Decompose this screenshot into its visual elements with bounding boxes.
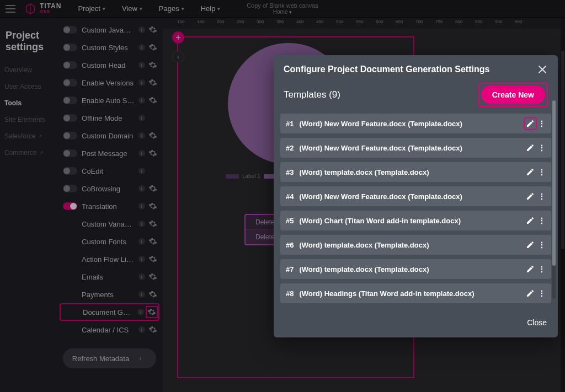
more-options-icon[interactable]: ⋮ bbox=[538, 169, 546, 175]
edit-icon[interactable] bbox=[526, 265, 535, 273]
close-button[interactable]: Close bbox=[527, 318, 547, 327]
document-generation-modal: Configure Project Document Generation Se… bbox=[274, 55, 558, 337]
edit-icon[interactable] bbox=[526, 192, 535, 201]
template-index: #7 bbox=[286, 265, 294, 273]
edit-icon[interactable] bbox=[526, 289, 535, 298]
template-index: #1 bbox=[286, 120, 294, 128]
template-row[interactable]: #2(Word) New Word Feature.docx (Template… bbox=[280, 138, 551, 158]
create-new-button[interactable]: Create New bbox=[481, 85, 545, 104]
more-options-icon[interactable]: ⋮ bbox=[538, 121, 546, 126]
create-new-highlight: Create New bbox=[478, 83, 548, 107]
edit-icon[interactable] bbox=[526, 119, 535, 128]
more-options-icon[interactable]: ⋮ bbox=[538, 291, 546, 296]
template-name: (Word) New Word Feature.docx (Template.d… bbox=[299, 144, 526, 152]
template-name: (Word) New Word Feature.docx (Template.d… bbox=[299, 120, 526, 128]
template-name: (Word) Headings (Titan Word add-in templ… bbox=[299, 289, 526, 298]
template-row[interactable]: #8(Word) Headings (Titan Word add-in tem… bbox=[280, 283, 551, 303]
modal-scrollbar[interactable] bbox=[552, 100, 556, 299]
edit-icon[interactable] bbox=[526, 143, 535, 152]
template-row[interactable]: #7(Word) template.docx (Template.docx)⋮ bbox=[280, 259, 551, 279]
template-index: #4 bbox=[286, 192, 294, 201]
more-options-icon[interactable]: ⋮ bbox=[538, 194, 546, 199]
template-row[interactable]: #3(Word) template.docx (Template.docx)⋮ bbox=[280, 162, 551, 182]
modal-title: Configure Project Document Generation Se… bbox=[284, 65, 489, 74]
template-row[interactable]: #1(Word) New Word Feature.docx (Template… bbox=[280, 114, 551, 133]
more-options-icon[interactable]: ⋮ bbox=[538, 242, 546, 248]
template-name: (Word) template.docx (Template.docx) bbox=[299, 168, 526, 176]
edit-icon[interactable] bbox=[526, 240, 535, 249]
template-index: #8 bbox=[286, 289, 294, 298]
templates-heading: Templates (9) bbox=[284, 89, 340, 100]
more-options-icon[interactable]: ⋮ bbox=[538, 266, 546, 272]
template-row[interactable]: #6(Word) template.docx (Template.docx)⋮ bbox=[280, 235, 551, 255]
template-row[interactable]: #5(Word) Chart (Titan Word add-in templa… bbox=[280, 211, 551, 230]
template-index: #6 bbox=[286, 241, 294, 249]
template-index: #3 bbox=[286, 168, 294, 176]
more-options-icon[interactable]: ⋮ bbox=[538, 218, 546, 223]
template-index: #5 bbox=[286, 217, 294, 225]
template-name: (Word) New Word Feature.docx (Template.d… bbox=[299, 192, 526, 201]
template-name: (Word) template.docx (Template.docx) bbox=[299, 241, 526, 249]
edit-icon[interactable] bbox=[526, 168, 535, 176]
close-icon[interactable] bbox=[537, 64, 548, 75]
template-row[interactable]: #4(Word) New Word Feature.docx (Template… bbox=[280, 186, 551, 206]
templates-list: #1(Word) New Word Feature.docx (Template… bbox=[274, 114, 558, 310]
more-options-icon[interactable]: ⋮ bbox=[538, 145, 546, 151]
template-index: #2 bbox=[286, 144, 294, 152]
template-name: (Word) template.docx (Template.docx) bbox=[299, 265, 526, 273]
edit-icon[interactable] bbox=[526, 216, 535, 225]
template-name: (Word) Chart (Titan Word add-in template… bbox=[299, 217, 526, 225]
